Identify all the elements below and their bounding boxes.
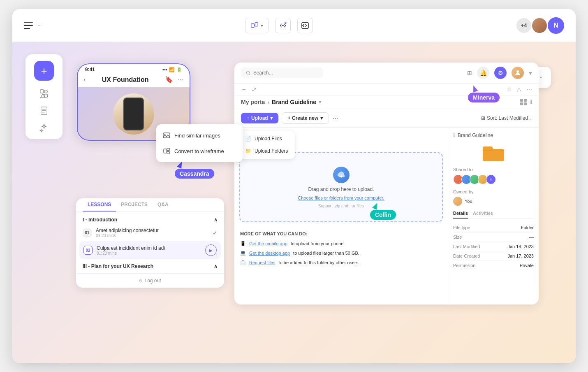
section3-label: III - Plan for your UX Research bbox=[83, 263, 153, 269]
detail-label: Permission bbox=[453, 263, 475, 268]
svg-point-15 bbox=[516, 70, 519, 73]
svg-rect-4 bbox=[40, 90, 44, 93]
more-icon[interactable]: ⋯ bbox=[526, 86, 532, 93]
time-display: 9:41 bbox=[85, 67, 95, 72]
upload-files-label: Upload Files bbox=[255, 136, 282, 142]
code-view-btn[interactable] bbox=[297, 18, 313, 33]
chevron-down-icon: ▾ bbox=[261, 23, 263, 28]
request-link[interactable]: Request files bbox=[249, 260, 275, 265]
upload-btn[interactable]: ↑ Upload ▾ bbox=[241, 113, 278, 123]
cursor-cassandra: Cassandra bbox=[175, 161, 214, 179]
menu-line bbox=[24, 22, 33, 23]
filter-icon[interactable]: ⊞ bbox=[467, 70, 472, 76]
mobile-text: to upload from your phone. bbox=[291, 241, 345, 246]
settings-icon[interactable]: ⚙ bbox=[494, 67, 507, 79]
mobile-header: ‹ UX Foundation 🔖 ⋯ bbox=[77, 74, 190, 87]
detail-value: Private bbox=[520, 263, 534, 268]
share-icon[interactable]: △ bbox=[517, 86, 521, 93]
prototype-tool-btn[interactable]: ▾ bbox=[245, 18, 269, 33]
search-field[interactable] bbox=[253, 70, 318, 76]
breadcrumb-sep: › bbox=[267, 99, 269, 105]
menu-icon[interactable] bbox=[24, 22, 33, 29]
lesson-1-number: 01 bbox=[83, 228, 92, 237]
tab-lessons[interactable]: LESSONS bbox=[83, 198, 116, 212]
tab-qa[interactable]: Q&A bbox=[153, 198, 174, 212]
lesson-1[interactable]: 01 Amet adipisicing consectetur 01:23 mi… bbox=[76, 224, 224, 241]
topbar-right: +4 N bbox=[516, 17, 564, 34]
star-icon[interactable]: ☆ bbox=[507, 86, 512, 93]
collin-arrow bbox=[372, 202, 380, 210]
user-avatar[interactable] bbox=[512, 67, 524, 79]
fm-toolbar: ↑ Upload ▾ + Create new ▾ ⋯ ⊞ Sort: Last… bbox=[234, 109, 539, 128]
upload-dropdown: 📄 Upload Files 📁 Upload Folders bbox=[239, 131, 295, 159]
find-similar-label: Find similar images bbox=[174, 133, 220, 139]
mobile-app-link[interactable]: Get the mobile app bbox=[249, 241, 287, 246]
shapes-tool[interactable] bbox=[39, 89, 49, 98]
dropzone-text: Drag and drop here to upload. bbox=[308, 186, 374, 192]
lesson-2-title: Culpa est incididunt enim id adi bbox=[97, 245, 201, 251]
search-input[interactable] bbox=[241, 67, 323, 78]
tab-details[interactable]: Details bbox=[453, 211, 468, 219]
convert-wireframe[interactable]: Convert to wireframe bbox=[156, 143, 243, 159]
document-tool[interactable] bbox=[39, 106, 49, 115]
svg-rect-12 bbox=[167, 148, 169, 151]
fm-right-panel: ℹ Brand Guideline Shared to bbox=[448, 128, 539, 305]
add-button[interactable]: + bbox=[34, 61, 54, 81]
drop-zone[interactable]: Drag and drop here to upload. Choose fil… bbox=[239, 152, 443, 222]
collapse-icon[interactable]: ⤢ bbox=[252, 86, 257, 93]
status-icons: ▪▪▪ 📶 🔋 bbox=[162, 67, 182, 72]
upload-folders-option[interactable]: 📁 Upload Folders bbox=[239, 145, 295, 157]
tab-activities[interactable]: Activities bbox=[473, 211, 493, 219]
toolbar-more[interactable]: ⋯ bbox=[332, 114, 339, 122]
detail-value: Jan 18, 2023 bbox=[507, 244, 534, 249]
detail-label: Last Modified bbox=[453, 244, 480, 249]
auto-layout-btn[interactable] bbox=[275, 18, 291, 33]
notification-icon[interactable]: 🔔 bbox=[477, 67, 489, 79]
info-icon: ℹ bbox=[453, 133, 455, 138]
lesson-2-play[interactable]: ▶ bbox=[205, 244, 217, 256]
logout-btn[interactable]: ⎋ Log out bbox=[76, 273, 224, 288]
svg-point-5 bbox=[44, 90, 47, 93]
dropzone-link[interactable]: Choose files or folders from your comput… bbox=[298, 195, 384, 200]
desktop-text: to upload files larger than 50 GB. bbox=[293, 251, 359, 256]
back-icon[interactable]: → bbox=[241, 86, 247, 93]
lesson-1-check: ✓ bbox=[213, 230, 218, 236]
desktop-app-link[interactable]: Get the desktop app bbox=[249, 251, 290, 256]
info-icon[interactable]: ℹ bbox=[530, 99, 532, 105]
breadcrumb-current: Brand Guideline bbox=[272, 99, 316, 105]
svg-rect-13 bbox=[167, 151, 169, 154]
fm-more-title: MORE OF WHAT YOU CAN DO: bbox=[240, 231, 442, 236]
detail-label: Size bbox=[453, 235, 462, 239]
minerva-arrow bbox=[471, 84, 478, 92]
lesson-2[interactable]: 02 Culpa est incididunt enim id adi 01:2… bbox=[79, 241, 221, 259]
left-sidebar: + bbox=[25, 54, 63, 139]
add-shared-btn[interactable]: + bbox=[486, 174, 496, 184]
tab-projects[interactable]: PROJECTS bbox=[116, 198, 153, 212]
mobile-icon: 📱 bbox=[240, 241, 246, 246]
lesson-1-title: Amet adipisicing consectetur bbox=[96, 228, 208, 233]
section3-header: III - Plan for your UX Research ∧ bbox=[76, 259, 224, 273]
detail-rows: File type Folder Size — Last Modified Ja… bbox=[453, 223, 534, 270]
find-similar-images[interactable]: Find similar images bbox=[156, 128, 243, 143]
sort-selector[interactable]: ⊞ Sort: Last Modified ↓ bbox=[481, 115, 532, 121]
create-label: + Create new bbox=[288, 115, 318, 121]
course-title-header: UX Foundation bbox=[102, 76, 149, 84]
avatar-photo bbox=[531, 17, 548, 34]
lesson-2-number: 02 bbox=[83, 246, 93, 255]
view-grid-icon[interactable] bbox=[520, 99, 527, 105]
magic-tool[interactable] bbox=[39, 123, 49, 133]
owner-name: You bbox=[465, 199, 472, 204]
detail-value: Folder bbox=[521, 225, 534, 230]
detail-value: — bbox=[529, 235, 534, 239]
logout-label: Log out bbox=[144, 278, 161, 284]
create-btn[interactable]: + Create new ▾ bbox=[282, 112, 329, 124]
breadcrumb-root[interactable]: My porta bbox=[241, 99, 265, 105]
auto-layout-icon bbox=[279, 21, 287, 30]
upload-folders-label: Upload Folders bbox=[255, 148, 288, 154]
detail-label: File type bbox=[453, 225, 470, 230]
upload-icon: ↑ bbox=[247, 115, 249, 121]
breadcrumb-chevron[interactable]: ▾ bbox=[319, 99, 321, 105]
status-bar: 9:41 ▪▪▪ 📶 🔋 bbox=[77, 63, 190, 74]
upload-files-option[interactable]: 📄 Upload Files bbox=[239, 133, 295, 145]
folder-icon-large bbox=[481, 143, 506, 164]
